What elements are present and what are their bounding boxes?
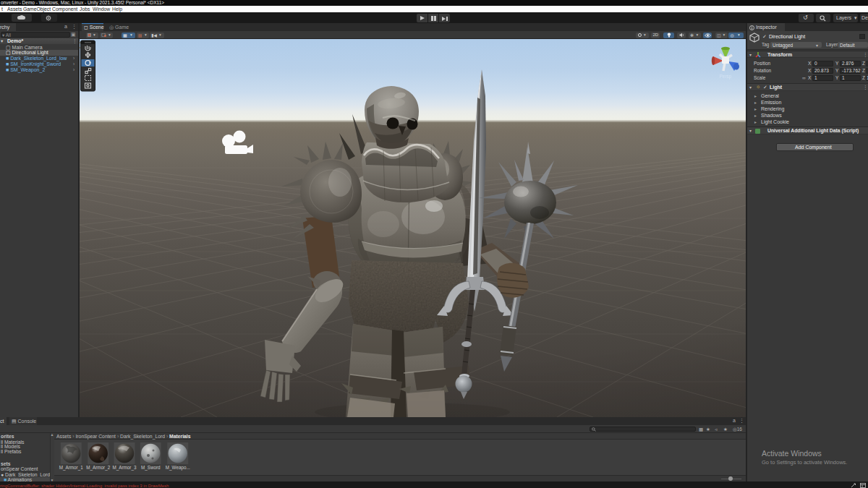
svg-text:M_Armor_2: M_Armor_2 (86, 464, 110, 470)
svg-text:Persp: Persp (720, 74, 732, 80)
svg-text:M_Armor_3: M_Armor_3 (113, 464, 137, 470)
svg-text:M_Sword: M_Sword (141, 464, 161, 470)
svg-text:M_Weapo...: M_Weapo... (166, 464, 190, 470)
svg-text:M_Armor_1: M_Armor_1 (59, 464, 83, 470)
